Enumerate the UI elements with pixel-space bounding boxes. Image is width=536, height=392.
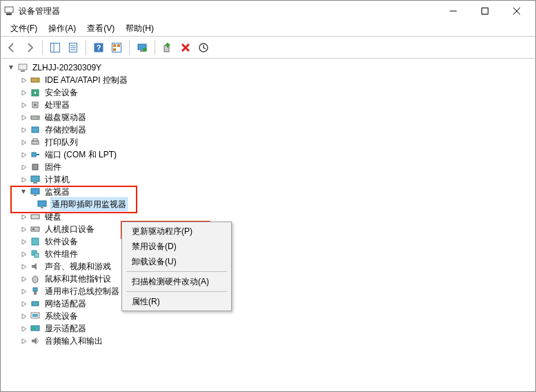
tree-label: 监视器: [43, 186, 71, 198]
system-icon: [30, 311, 41, 322]
expander-icon[interactable]: [19, 88, 28, 97]
tree-node-audio[interactable]: 音频输入和输出: [5, 335, 535, 347]
view-button[interactable]: [108, 39, 125, 56]
ctx-properties[interactable]: 属性(R): [123, 294, 230, 309]
expander-icon[interactable]: [19, 112, 28, 122]
svg-rect-30: [31, 116, 39, 119]
tree-node-sound[interactable]: 声音、视频和游戏: [5, 260, 535, 273]
tree-root[interactable]: ZLHJJ-20230309Y: [5, 61, 535, 74]
expander-icon[interactable]: [19, 249, 28, 259]
svg-rect-27: [34, 92, 36, 94]
expander-icon[interactable]: [19, 224, 28, 234]
expander-icon[interactable]: [19, 311, 28, 321]
svg-rect-39: [31, 188, 39, 194]
separator: [42, 40, 43, 55]
show-hide-tree-button[interactable]: [47, 39, 63, 56]
back-button[interactable]: [3, 39, 20, 56]
separator: [155, 40, 155, 55]
firmware-icon: [30, 161, 41, 173]
minimize-button[interactable]: [437, 1, 469, 21]
expander-icon[interactable]: [19, 175, 28, 184]
svg-point-20: [143, 48, 147, 52]
ctx-disable-device[interactable]: 禁用设备(D): [123, 239, 230, 254]
tree-label: 端口 (COM 和 LPT): [43, 148, 118, 161]
monitor-icon: [30, 186, 41, 197]
svg-rect-32: [32, 127, 39, 133]
svg-rect-38: [33, 182, 37, 184]
close-button[interactable]: [501, 1, 533, 21]
tree-node-ide[interactable]: IDE ATA/ATAPI 控制器: [5, 74, 535, 86]
tree-node-cpu[interactable]: 处理器: [5, 99, 535, 111]
expander-icon[interactable]: [6, 63, 16, 72]
tree-node-monitor[interactable]: 监视器: [5, 186, 535, 198]
tree-node-swcomp[interactable]: 软件组件: [5, 248, 535, 260]
tree-label: 安全设备: [43, 86, 79, 99]
update-driver-toolbar-button[interactable]: [134, 39, 150, 56]
tree-node-printq[interactable]: 打印队列: [5, 136, 535, 148]
tree-label: IDE ATA/ATAPI 控制器: [43, 74, 129, 86]
tree-node-hid[interactable]: 人机接口设备: [5, 223, 535, 235]
tree-node-network[interactable]: 网络适配器: [5, 297, 535, 310]
expander-icon[interactable]: [19, 137, 28, 147]
tree-node-generic-pnp-monitor[interactable]: 通用即插即用监视器: [5, 198, 535, 210]
expander-icon[interactable]: [19, 324, 28, 333]
menu-action[interactable]: 操作(A): [43, 21, 81, 36]
enable-device-button[interactable]: [159, 39, 176, 56]
expander-icon[interactable]: [19, 150, 28, 159]
menu-help[interactable]: 帮助(H): [120, 21, 159, 36]
computer-icon: [17, 62, 28, 73]
expander-icon[interactable]: [19, 237, 28, 246]
ctx-update-driver[interactable]: 更新驱动程序(P): [123, 224, 230, 239]
tree-node-ports[interactable]: 端口 (COM 和 LPT): [5, 148, 535, 161]
svg-rect-16: [117, 44, 120, 47]
expander-icon[interactable]: [19, 75, 28, 85]
tree-node-usb[interactable]: 通用串行总线控制器: [5, 285, 535, 297]
properties-button[interactable]: [65, 39, 81, 56]
expander-icon[interactable]: [19, 162, 28, 172]
expander-icon[interactable]: [19, 212, 28, 222]
tree-node-display[interactable]: 显示适配器: [5, 322, 535, 335]
forward-button[interactable]: [21, 39, 38, 56]
tree-node-swdev[interactable]: 软件设备: [5, 235, 535, 248]
expander-icon[interactable]: [19, 274, 28, 284]
device-tree[interactable]: ZLHJJ-20230309Y IDE ATA/ATAPI 控制器 安全设备 处…: [1, 59, 535, 391]
tree-node-disk[interactable]: 磁盘驱动器: [5, 111, 535, 124]
printer-icon: [30, 137, 41, 148]
tree-node-computer[interactable]: 计算机: [5, 173, 535, 186]
tree-node-firmware[interactable]: 固件: [5, 161, 535, 173]
svg-rect-33: [32, 141, 39, 144]
menu-view[interactable]: 查看(V): [81, 21, 120, 36]
ctx-label: 扫描检测硬件改动(A): [132, 276, 209, 288]
separator: [129, 40, 130, 55]
svg-rect-44: [31, 227, 39, 231]
tree-node-storage[interactable]: 存储控制器: [5, 124, 535, 136]
tree-node-mouse[interactable]: 鼠标和其他指针设: [5, 273, 535, 285]
svg-rect-34: [33, 139, 37, 141]
storage-icon: [30, 124, 41, 135]
maximize-button[interactable]: [469, 1, 501, 21]
svg-rect-25: [31, 78, 39, 82]
scan-hardware-button[interactable]: [195, 39, 212, 56]
tree-label: 软件设备: [43, 235, 79, 248]
uninstall-device-button[interactable]: [177, 39, 194, 56]
ctx-uninstall-device[interactable]: 卸载设备(U): [123, 254, 230, 269]
expander-icon[interactable]: [19, 187, 28, 197]
expander-icon[interactable]: [19, 125, 28, 135]
tree-node-security[interactable]: 安全设备: [5, 86, 535, 99]
svg-rect-3: [482, 8, 488, 14]
tree-node-keyboard[interactable]: 键盘: [5, 210, 535, 223]
ctx-scan-hardware[interactable]: 扫描检测硬件改动(A): [123, 274, 230, 289]
expander-icon[interactable]: [19, 100, 28, 110]
expander-icon[interactable]: [19, 286, 28, 296]
tree-label: 打印队列: [43, 136, 79, 148]
svg-rect-36: [32, 164, 38, 170]
menu-file[interactable]: 文件(F): [5, 21, 43, 36]
expander-icon[interactable]: [19, 299, 28, 308]
expander-icon[interactable]: [19, 262, 28, 271]
tree-label: 通用串行总线控制器: [43, 285, 121, 297]
help-button[interactable]: ?: [90, 39, 107, 56]
tree-node-system[interactable]: 系统设备: [5, 310, 535, 322]
software-comp-icon: [30, 248, 41, 259]
expander-icon[interactable]: [19, 336, 28, 346]
tree-label: 计算机: [43, 173, 71, 186]
